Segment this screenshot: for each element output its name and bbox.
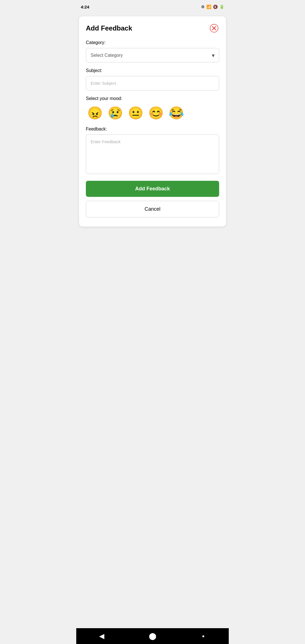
feedback-group: Feedback:	[86, 127, 219, 175]
cancel-button[interactable]: Cancel	[86, 201, 219, 217]
modal-title: Add Feedback	[86, 24, 132, 32]
add-feedback-button[interactable]: Add Feedback	[86, 181, 219, 197]
category-group: Category: Select Category General Bug Re…	[86, 40, 219, 62]
mood-emoji-group: 😠 😢 😐 😊 😂	[86, 105, 219, 121]
mood-section: Select your mood: 😠 😢 😐 😊 😂	[86, 96, 219, 121]
mood-very-angry[interactable]: 😠	[87, 105, 103, 121]
close-icon	[210, 24, 218, 32]
nav-back-button[interactable]: ◀	[93, 630, 110, 642]
subject-input[interactable]	[86, 76, 219, 90]
wifi-icon: 🔇	[213, 5, 218, 9]
category-label: Category:	[86, 40, 219, 45]
subject-label: Subject:	[86, 68, 219, 73]
mood-neutral[interactable]: 😐	[128, 105, 143, 121]
modal-header: Add Feedback	[86, 23, 219, 33]
settings-icon: ⚙	[201, 5, 205, 9]
status-time: 4:24	[81, 5, 89, 9]
nav-bar: ◀ ⬤ ▪	[76, 628, 229, 644]
subject-group: Subject:	[86, 68, 219, 90]
mood-happy[interactable]: 😊	[148, 105, 164, 121]
status-icons: ⚙ 📶 🔇 🔋	[201, 5, 224, 9]
feedback-label: Feedback:	[86, 127, 219, 132]
close-button[interactable]	[209, 23, 219, 33]
nav-recents-button[interactable]: ▪	[195, 630, 212, 642]
battery-icon: 🔋	[219, 5, 224, 9]
feedback-textarea[interactable]	[86, 134, 219, 174]
category-select-wrapper: Select Category General Bug Report Featu…	[86, 48, 219, 62]
feedback-modal: Add Feedback Category: Select Category G…	[79, 16, 226, 227]
nav-home-button[interactable]: ⬤	[144, 630, 161, 642]
mood-sad[interactable]: 😢	[107, 105, 123, 121]
bottom-spacer	[76, 227, 229, 249]
mood-laughing[interactable]: 😂	[168, 105, 184, 121]
antenna-icon: 📶	[206, 5, 211, 9]
category-select[interactable]: Select Category General Bug Report Featu…	[86, 48, 219, 62]
mood-label: Select your mood:	[86, 96, 219, 101]
status-bar: 4:24 ⚙ 📶 🔇 🔋	[76, 0, 229, 14]
